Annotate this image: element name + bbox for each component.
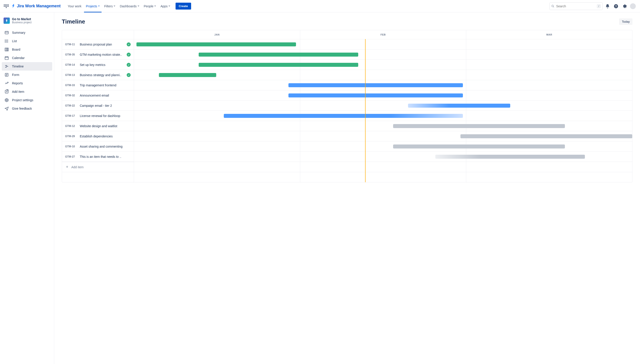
issue-title: Set up key metrics — [80, 63, 124, 66]
status-done-icon — [127, 52, 131, 56]
timeline-row[interactable]: GTM-35GTM marketing motion strate.. — [62, 49, 632, 60]
sidebar-item-feedback[interactable]: Give feedback — [2, 104, 52, 113]
issue-title: Announcement email — [80, 94, 131, 97]
sidebar-item-calendar[interactable]: Calendar — [2, 54, 52, 62]
timeline-bar[interactable] — [393, 124, 565, 128]
gear-icon — [622, 4, 627, 9]
sidebar-item-label: Summary — [12, 31, 25, 34]
issue-title: Business proposal plan — [80, 42, 124, 46]
timeline-row[interactable]: GTM-12Website design and waitlist — [62, 121, 632, 131]
timeline-bar[interactable] — [224, 114, 463, 118]
timeline-row[interactable]: GTM-10Asset sharing and commenting — [62, 141, 632, 151]
nav-filters[interactable]: Filters — [102, 3, 117, 9]
project-subtitle: Business project — [12, 21, 32, 24]
sidebar-item-label: Timeline — [12, 64, 24, 68]
timeline-bar[interactable] — [288, 94, 463, 98]
search-shortcut-badge: / — [597, 4, 601, 8]
nav-apps-label: Apps — [160, 4, 167, 8]
timeline-bar[interactable] — [461, 134, 632, 138]
timeline-bar[interactable] — [408, 104, 510, 108]
timeline-row[interactable]: GTM-22Campaign email - tier 2 — [62, 100, 632, 110]
sidebar: Go to Market Business project SummaryLis… — [0, 12, 54, 364]
nav-dashboards[interactable]: Dashboards — [118, 3, 141, 9]
timeline-row[interactable]: GTM-14Set up key metrics — [62, 60, 632, 70]
issue-title: GTM marketing motion strate.. — [80, 53, 124, 56]
svg-rect-14 — [8, 48, 8, 51]
timeline-view: JANFEBMAR GTM-11Business proposal planGT… — [62, 30, 632, 182]
issue-title: Trip management frontend — [80, 84, 131, 87]
main-content: Timeline Today JANFEBMAR GTM-11Business … — [54, 12, 640, 364]
timeline-row[interactable]: GTM-27This is an item that needs to .. — [62, 151, 632, 162]
timeline-row[interactable]: GTM-33Trip management frontend — [62, 80, 632, 90]
nav-filters-label: Filters — [104, 4, 113, 8]
issue-key: GTM-11 — [65, 43, 77, 46]
notifications-button[interactable] — [604, 3, 611, 10]
top-nav: Jira Work Management Your work Projects … — [0, 0, 640, 12]
issue-key: GTM-29 — [65, 135, 77, 138]
add-item-button[interactable]: +Add item — [62, 162, 134, 172]
primary-nav: Your work Projects Filters Dashboards Pe… — [66, 3, 191, 10]
sidebar-item-settings[interactable]: Project settings — [2, 96, 52, 104]
timeline-row[interactable]: GTM-11Business proposal plan — [62, 39, 632, 49]
sidebar-item-label: Board — [12, 48, 20, 51]
svg-point-29 — [6, 100, 7, 101]
sidebar-item-label: Reports — [12, 82, 23, 85]
nav-people-label: People — [144, 4, 154, 8]
feedback-icon — [5, 106, 9, 111]
product-logo[interactable]: Jira Work Management — [11, 4, 61, 8]
timeline-bar[interactable] — [288, 83, 463, 87]
issue-key: GTM-13 — [65, 74, 77, 76]
sidebar-item-list[interactable]: List — [2, 37, 52, 45]
status-done-icon — [127, 73, 131, 77]
month-header: MAR — [466, 30, 632, 39]
reports-icon — [5, 81, 9, 86]
app-switcher-icon[interactable] — [4, 4, 9, 9]
help-button[interactable]: ? — [612, 3, 619, 10]
svg-point-11 — [5, 42, 6, 42]
plus-icon: + — [65, 165, 69, 169]
svg-rect-15 — [5, 56, 9, 60]
timeline-icon — [5, 64, 9, 68]
search-input[interactable] — [556, 4, 595, 8]
timeline-row[interactable]: GTM-13Business strategy and planni.. — [62, 70, 632, 80]
search-icon — [551, 4, 554, 8]
project-header[interactable]: Go to Market Business project — [2, 16, 52, 28]
timeline-bar[interactable] — [159, 73, 216, 77]
nav-projects-label: Projects — [86, 4, 97, 8]
issue-title: Establish dependencies — [80, 134, 131, 138]
sidebar-item-form[interactable]: Form — [2, 70, 52, 79]
create-button[interactable]: Create — [175, 3, 191, 10]
sidebar-item-timeline[interactable]: Timeline — [2, 62, 52, 70]
nav-projects[interactable]: Projects — [84, 3, 102, 9]
additem-icon — [5, 90, 9, 94]
list-icon — [5, 39, 9, 43]
sidebar-item-label: Project settings — [12, 98, 33, 102]
svg-point-9 — [5, 40, 6, 40]
today-button[interactable]: Today — [619, 18, 632, 25]
timeline-bar[interactable] — [393, 144, 565, 148]
sidebar-item-board[interactable]: Board — [2, 45, 52, 54]
timeline-bar[interactable] — [199, 52, 358, 56]
chevron-down-icon — [138, 6, 139, 7]
nav-apps[interactable]: Apps — [159, 3, 172, 9]
nav-your-work[interactable]: Your work — [66, 3, 83, 9]
timeline-row[interactable]: GTM-32Announcement email — [62, 90, 632, 100]
timeline-bar[interactable] — [136, 42, 296, 46]
timeline-bar[interactable] — [435, 155, 585, 159]
sidebar-item-summary[interactable]: Summary — [2, 28, 52, 37]
timeline-row[interactable]: GTM-17License renewal for dashloop — [62, 110, 632, 121]
search-box[interactable]: / — [549, 2, 603, 10]
help-icon: ? — [613, 4, 618, 9]
month-header: FEB — [300, 30, 467, 39]
nav-dashboards-label: Dashboards — [120, 4, 137, 8]
issue-key: GTM-17 — [65, 114, 77, 118]
nav-people[interactable]: People — [142, 3, 158, 9]
timeline-bar[interactable] — [199, 63, 358, 67]
add-item-label: Add item — [71, 165, 84, 169]
profile-button[interactable] — [629, 3, 636, 10]
timeline-row[interactable]: GTM-29Establish dependencies — [62, 131, 632, 141]
settings-button[interactable] — [621, 3, 628, 10]
sidebar-item-additem[interactable]: Add item — [2, 88, 52, 96]
issue-key: GTM-12 — [65, 124, 77, 128]
sidebar-item-reports[interactable]: Reports — [2, 79, 52, 88]
